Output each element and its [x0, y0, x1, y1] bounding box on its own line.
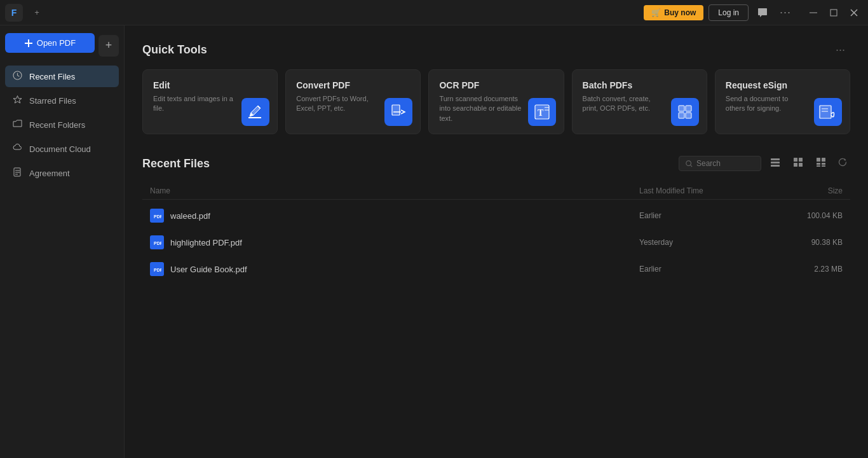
- svg-rect-34: [822, 158, 825, 162]
- svg-rect-19: [679, 113, 684, 118]
- recent-files-header: Recent Files: [142, 155, 850, 172]
- tool-esign-icon: [814, 98, 842, 126]
- tool-esign-desc: Send a document to others for signing.: [726, 94, 808, 114]
- svg-rect-20: [686, 113, 691, 118]
- sidebar-item-document-cloud-label: Document Cloud: [29, 144, 91, 154]
- view-controls: [679, 155, 850, 172]
- svg-line-25: [691, 165, 693, 167]
- open-pdf-button[interactable]: Open PDF: [5, 33, 95, 53]
- app-body: Open PDF + Recent Files Starred Files: [0, 25, 868, 458]
- tool-edit-desc: Edit texts and images in a file.: [153, 94, 236, 114]
- column-size: Size: [766, 186, 843, 195]
- recent-folders-icon: [11, 119, 23, 130]
- column-name: Name: [150, 186, 639, 195]
- recent-files-title: Recent Files: [142, 157, 210, 170]
- table-row[interactable]: PDF User Guide Book.pdf Earlier 2.23 MB: [142, 256, 850, 282]
- tool-card-convert-pdf[interactable]: Convert PDF Convert PDFs to Word, Excel,…: [285, 69, 421, 134]
- tool-convert-title: Convert PDF: [296, 80, 410, 90]
- sidebar-item-document-cloud[interactable]: Document Cloud: [5, 138, 119, 160]
- table-row[interactable]: PDF highlighted PDF.pdf Yesterday 90.38 …: [142, 229, 850, 256]
- file-date-highlighted: Yesterday: [639, 238, 766, 247]
- view-compact-button[interactable]: [812, 155, 830, 172]
- chat-button[interactable]: [754, 4, 771, 22]
- svg-rect-35: [817, 163, 820, 165]
- svg-text:PDF: PDF: [154, 268, 161, 272]
- tool-convert-desc: Convert PDFs to Word, Excel, PPT, etc.: [296, 94, 379, 114]
- agreement-icon: [11, 167, 23, 179]
- minimize-button[interactable]: [804, 4, 822, 22]
- svg-rect-36: [822, 163, 825, 165]
- view-grid-button[interactable]: [789, 155, 807, 172]
- svg-rect-32: [799, 163, 803, 167]
- svg-rect-37: [817, 165, 820, 167]
- sidebar-item-starred-files-label: Starred Files: [29, 96, 76, 106]
- quick-tools-more-button[interactable]: ···: [831, 41, 850, 59]
- svg-rect-38: [822, 165, 825, 167]
- search-icon: [686, 160, 693, 168]
- view-list-button[interactable]: [766, 155, 784, 172]
- buy-now-button[interactable]: 🛒 Buy now: [644, 5, 703, 20]
- pdf-icon: PDF: [150, 209, 164, 223]
- sidebar-item-recent-files-label: Recent Files: [29, 72, 75, 81]
- quick-tools-grid: Edit Edit texts and images in a file. Co…: [142, 69, 850, 134]
- add-new-button[interactable]: +: [98, 35, 119, 57]
- svg-text:PDF: PDF: [154, 214, 161, 219]
- sidebar-item-starred-files[interactable]: Starred Files: [5, 90, 119, 111]
- svg-rect-21: [820, 106, 831, 118]
- tool-batch-title: Batch PDFs: [583, 80, 696, 90]
- file-size-userguide: 2.23 MB: [766, 265, 843, 274]
- svg-rect-28: [771, 165, 780, 167]
- svg-rect-26: [771, 158, 780, 160]
- tool-convert-icon: [384, 98, 412, 126]
- column-modified: Last Modified Time: [639, 186, 766, 195]
- app-logo: F: [5, 4, 23, 22]
- tool-card-request-esign[interactable]: Request eSign Send a document to others …: [715, 69, 850, 134]
- pdf-icon: PDF: [150, 235, 164, 249]
- svg-rect-0: [810, 12, 817, 13]
- table-row[interactable]: PDF waleed.pdf Earlier 100.04 KB: [142, 202, 850, 229]
- sidebar-item-recent-folders[interactable]: Recent Folders: [5, 114, 119, 135]
- cart-icon: 🛒: [651, 8, 661, 17]
- file-name-userguide: PDF User Guide Book.pdf: [150, 262, 639, 276]
- sidebar-item-agreement-label: Agreement: [29, 169, 70, 178]
- tool-ocr-desc: Turn scanned documents into searchable o…: [439, 94, 522, 123]
- main-content: Quick Tools ··· Edit Edit texts and imag…: [125, 25, 868, 458]
- search-box[interactable]: [679, 156, 761, 171]
- file-size-waleed: 100.04 KB: [766, 211, 843, 220]
- svg-rect-31: [794, 163, 797, 167]
- restore-button[interactable]: [825, 4, 843, 22]
- tool-batch-desc: Batch convert, create, print, OCR PDFs, …: [583, 94, 665, 114]
- sidebar-open-row: Open PDF +: [5, 33, 119, 58]
- svg-text:PDF: PDF: [154, 241, 161, 246]
- file-name-waleed: PDF waleed.pdf: [150, 209, 639, 223]
- sidebar-item-recent-folders-label: Recent Folders: [29, 120, 85, 130]
- tool-card-ocr-pdf[interactable]: OCR PDF Turn scanned documents into sear…: [428, 69, 564, 134]
- new-tab-button[interactable]: +: [28, 4, 46, 22]
- svg-rect-29: [794, 158, 797, 162]
- close-button[interactable]: [845, 4, 863, 22]
- tool-batch-icon: [671, 98, 699, 126]
- login-button[interactable]: Log in: [709, 4, 749, 21]
- recent-files-icon: [11, 71, 23, 82]
- tool-card-edit[interactable]: Edit Edit texts and images in a file.: [142, 69, 278, 134]
- svg-rect-17: [679, 106, 684, 111]
- tool-esign-title: Request eSign: [726, 80, 839, 90]
- svg-rect-27: [771, 162, 780, 163]
- quick-tools-title: Quick Tools: [142, 43, 207, 57]
- more-options-button[interactable]: ···: [776, 4, 794, 22]
- search-input[interactable]: [696, 159, 754, 168]
- document-cloud-icon: [11, 143, 23, 155]
- file-list: PDF waleed.pdf Earlier 100.04 KB PDF: [142, 202, 850, 282]
- svg-marker-5: [13, 96, 22, 104]
- tool-edit-icon: [241, 98, 269, 126]
- refresh-button[interactable]: [835, 155, 850, 172]
- sidebar-item-recent-files[interactable]: Recent Files: [5, 66, 119, 87]
- titlebar-actions: 🛒 Buy now Log in ···: [644, 4, 863, 22]
- sidebar: Open PDF + Recent Files Starred Files: [0, 25, 125, 458]
- svg-rect-30: [799, 158, 803, 162]
- sidebar-item-agreement[interactable]: Agreement: [5, 162, 119, 184]
- file-date-waleed: Earlier: [639, 211, 766, 220]
- tool-edit-title: Edit: [153, 80, 267, 90]
- tool-card-batch-pdfs[interactable]: Batch PDFs Batch convert, create, print,…: [572, 69, 707, 134]
- file-name-highlighted: PDF highlighted PDF.pdf: [150, 235, 639, 249]
